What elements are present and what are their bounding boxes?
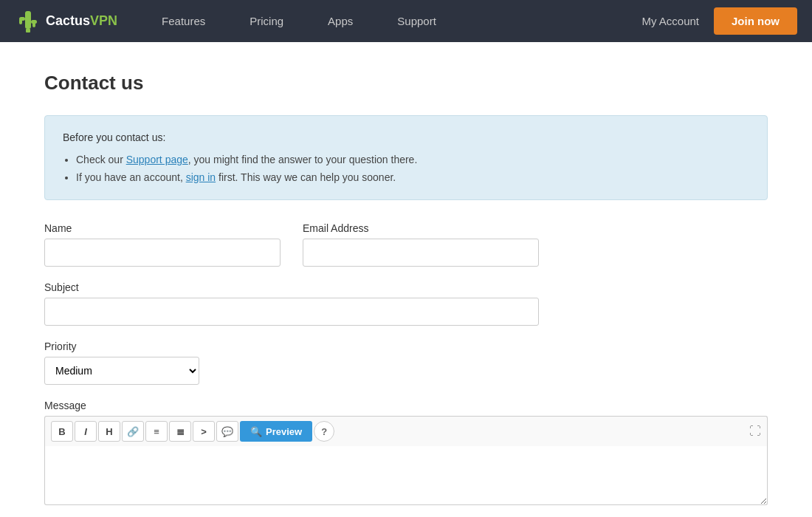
cactus-logo-icon [15,8,41,35]
nav-right: My Account Join now [641,7,797,35]
message-label: Message [44,400,768,411]
preview-search-icon: 🔍 [250,426,262,437]
email-group: Email Address [303,222,539,267]
my-account-link[interactable]: My Account [641,15,699,27]
name-email-row: Name Email Address [44,222,768,267]
italic-button[interactable]: I [75,421,97,442]
help-button[interactable]: ? [314,421,334,442]
svg-rect-5 [26,29,30,32]
info-box-heading: Before you contact us: [63,129,749,147]
ordered-list-button[interactable]: ≣ [169,421,191,442]
info-box-bullet-2: If you have an account, sign in first. T… [76,169,749,187]
ol-icon: ≣ [176,426,185,437]
info-box: Before you contact us: Check our Support… [44,115,768,200]
email-label: Email Address [303,222,539,234]
page-title: Contact us [44,72,768,95]
logo-link[interactable]: CactusVPN [15,8,117,35]
name-input[interactable] [44,239,281,267]
link-icon: 🔗 [127,426,139,437]
editor-toolbar: B I H 🔗 ≡ ≣ > 💬 🔍 Preview ? ⛶ [44,416,768,446]
info-box-bullet-1: Check our Support page, you might find t… [76,151,749,169]
name-label: Name [44,222,281,234]
bullet1-pre: Check our [76,154,126,165]
unordered-list-button[interactable]: ≡ [145,421,168,442]
support-page-link[interactable]: Support page [126,154,188,165]
priority-label: Priority [44,340,768,352]
nav-link-features[interactable]: Features [140,0,227,42]
name-group: Name [44,222,281,267]
message-textarea[interactable] [44,446,768,505]
main-content: Contact us Before you contact us: Check … [15,42,797,507]
join-now-button[interactable]: Join now [714,7,797,35]
comment-button[interactable]: 💬 [216,421,238,442]
nav-links: Features Pricing Apps Support [140,0,641,42]
svg-rect-4 [32,21,35,27]
bold-icon: B [58,426,65,437]
nav-link-apps[interactable]: Apps [306,0,375,42]
heading-icon: H [106,426,112,437]
bold-button[interactable]: B [51,421,73,442]
ul-icon: ≡ [154,426,159,437]
priority-group: Priority Low Medium High Urgent [44,340,768,385]
email-input[interactable] [303,239,539,267]
nav-link-pricing[interactable]: Pricing [227,0,306,42]
subject-label: Subject [44,281,539,293]
preview-button[interactable]: 🔍 Preview [240,421,312,442]
svg-rect-0 [25,11,31,29]
bullet2-post: first. This way we can help you sooner. [216,171,396,183]
comment-icon: 💬 [221,426,233,437]
nav-link-support[interactable]: Support [375,0,458,42]
italic-icon: I [84,426,87,437]
sign-in-link[interactable]: sign in [186,171,216,183]
expand-button[interactable]: ⛶ [749,425,761,438]
message-section: Message B I H 🔗 ≡ ≣ > 💬 🔍 Preview ? ⛶ [44,400,768,507]
blockquote-button[interactable]: > [193,421,215,442]
logo-text-cactus: CactusVPN [46,13,117,29]
link-button[interactable]: 🔗 [122,421,144,442]
expand-icon: ⛶ [749,425,761,437]
heading-button[interactable]: H [98,421,120,442]
navbar: CactusVPN Features Pricing Apps Support … [0,0,812,42]
blockquote-icon: > [201,426,207,437]
help-icon: ? [321,426,327,437]
svg-rect-2 [19,18,22,24]
bullet1-post: , you might find the answer to your ques… [188,154,418,165]
subject-input[interactable] [44,298,539,326]
bullet2-pre: If you have an account, [76,171,186,183]
preview-label: Preview [266,426,302,437]
priority-select[interactable]: Low Medium High Urgent [44,357,199,385]
subject-group: Subject [44,281,539,326]
